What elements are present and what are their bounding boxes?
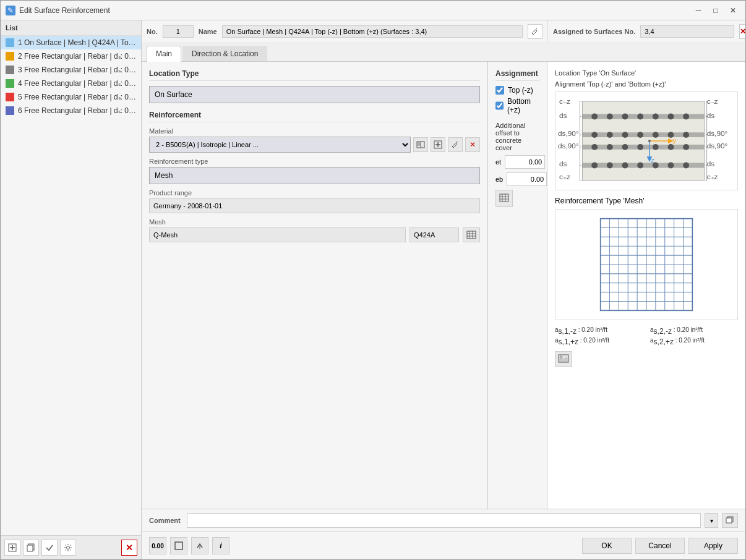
svg-point-55	[637, 163, 643, 169]
svg-point-36	[591, 132, 598, 138]
tab-direction-location[interactable]: Direction & Location	[182, 46, 267, 61]
item-label: 4 Free Rectangular | Rebar | dₛ: 0.39 in…	[18, 79, 136, 88]
item-label: 6 Free Rectangular | Rebar | dₛ: 0.39 in…	[18, 106, 136, 115]
item-color-indicator	[6, 52, 14, 61]
material-delete-button[interactable]: ✕	[465, 137, 480, 152]
list-item[interactable]: 6 Free Rectangular | Rebar | dₛ: 0.39 in…	[1, 104, 141, 117]
bottom-checkbox[interactable]	[495, 101, 504, 110]
delete-item-button[interactable]: ✕	[121, 540, 137, 556]
stat-as1z: as,1,-z : 0.20 in²/ft	[555, 326, 643, 336]
location-type-wrap: On Surface	[149, 86, 480, 103]
svg-text:z: z	[651, 156, 654, 164]
svg-rect-16	[467, 231, 476, 239]
value-display-button[interactable]: 0.00	[149, 537, 166, 554]
rein-type-select[interactable]: Mesh	[149, 167, 480, 184]
tab-content: Location Type On Surface Reinforcement	[142, 62, 745, 509]
bottom-label[interactable]: Bottom (+z)	[507, 97, 539, 114]
diagram-image-btn-wrap	[555, 351, 738, 367]
list-item[interactable]: 1 On Surface | Mesh | Q424A | Top (-z) |…	[1, 36, 141, 49]
bottom-bar: 0.00 i OK Cancel Apply	[142, 532, 745, 559]
ok-button[interactable]: OK	[582, 538, 632, 554]
diagram-image-button[interactable]	[555, 351, 572, 367]
maximize-button[interactable]: □	[708, 4, 723, 17]
check-item-button[interactable]	[41, 540, 58, 556]
bottom-right-buttons: OK Cancel Apply	[582, 538, 738, 554]
product-range-field[interactable]	[149, 198, 480, 213]
close-button[interactable]: ✕	[726, 4, 740, 17]
material-edit-button[interactable]	[448, 137, 463, 152]
top-label[interactable]: Top (-z)	[508, 86, 533, 95]
list-item[interactable]: 4 Free Rectangular | Rebar | dₛ: 0.39 in…	[1, 77, 141, 90]
comment-section: Comment ▾	[142, 509, 745, 532]
svg-text:ds: ds	[707, 111, 715, 120]
offset-label: Additional offset to concrete cover	[495, 122, 539, 151]
mesh-code-field[interactable]	[409, 227, 459, 242]
list-item[interactable]: 5 Free Rectangular | Rebar | dₛ: 0.39 in…	[1, 90, 141, 104]
arrow-up-button[interactable]	[191, 537, 208, 554]
list-item[interactable]: 3 Free Rectangular | Rebar | dₛ: 0.39 in…	[1, 63, 141, 77]
offset-table-button[interactable]	[495, 190, 513, 207]
cancel-button[interactable]: Cancel	[635, 538, 685, 554]
svg-point-45	[607, 144, 613, 150]
minimize-button[interactable]: ─	[691, 4, 706, 17]
svg-point-31	[637, 114, 643, 120]
frame-button[interactable]	[170, 537, 187, 554]
cross-section-svg: y z c₋z ds ds,90° ds,90° ds c₊z	[558, 95, 735, 187]
mesh-type-field[interactable]	[149, 227, 406, 242]
bottom-checkbox-row: Bottom (+z)	[495, 97, 539, 114]
name-edit-button[interactable]	[528, 24, 542, 39]
svg-text:c₊z: c₊z	[559, 172, 570, 181]
eb-row: eb ▲ ▼ ▶ [in]	[495, 172, 539, 186]
material-select[interactable]: 2 - B500S(A) | Isotropic | Linear ...	[149, 137, 411, 153]
tab-bar: Main Direction & Location	[142, 43, 745, 62]
svg-point-28	[591, 114, 598, 120]
material-book-button[interactable]	[413, 137, 428, 152]
mesh-table-button[interactable]	[463, 227, 480, 242]
mesh-label: Mesh	[149, 218, 223, 226]
item-color-indicator	[6, 38, 14, 47]
assignment-title: Assignment	[495, 69, 539, 81]
stat-as2z: as,2,-z : 0.20 in²/ft	[650, 326, 738, 336]
et-input[interactable]	[505, 155, 545, 169]
material-add-button[interactable]	[431, 137, 445, 152]
svg-text:ds,90°: ds,90°	[558, 142, 579, 150]
form-area: Location Type On Surface Reinforcement	[142, 62, 488, 509]
comment-input[interactable]	[187, 513, 701, 528]
settings-button[interactable]	[60, 540, 76, 556]
svg-text:ds,90°: ds,90°	[558, 129, 579, 138]
copy-item-button[interactable]	[23, 540, 39, 556]
material-row: Material 2 - B500S(A) | Isotropic | Line…	[149, 127, 480, 153]
svg-point-50	[683, 144, 689, 150]
svg-text:ds: ds	[559, 111, 567, 120]
clear-assigned-button[interactable]: ✕	[739, 24, 745, 39]
comment-copy-button[interactable]	[722, 513, 738, 528]
tab-main[interactable]: Main	[147, 46, 181, 62]
assignment-area: Assignment Top (-z) Bottom (+z) Addition…	[488, 62, 547, 509]
svg-point-32	[653, 114, 659, 120]
svg-point-63	[648, 140, 651, 142]
comment-dropdown-button[interactable]: ▾	[705, 513, 718, 528]
rein-type-label: Reinforcement type	[149, 158, 223, 165]
assigned-field[interactable]	[640, 25, 734, 38]
eb-input[interactable]	[507, 172, 547, 186]
name-input[interactable]	[222, 25, 523, 38]
info-button[interactable]: i	[212, 537, 229, 554]
reinforcement-section: Reinforcement Material 2 - B500S(A) | Is…	[149, 111, 480, 247]
list-header: List	[1, 20, 141, 36]
svg-point-46	[622, 144, 628, 150]
top-checkbox-row: Top (-z)	[495, 86, 539, 95]
material-label: Material	[149, 127, 223, 135]
list-toolbar: ✕	[1, 535, 141, 559]
apply-button[interactable]: Apply	[688, 538, 738, 554]
top-checkbox[interactable]	[495, 86, 504, 95]
content-area: List 1 On Surface | Mesh | Q424A | Top (…	[1, 20, 745, 559]
svg-rect-116	[726, 518, 732, 523]
no-field[interactable]	[163, 25, 194, 38]
app-icon: ✎	[6, 6, 15, 15]
list-item[interactable]: 2 Free Rectangular | Rebar | dₛ: 0.39 in…	[1, 49, 141, 63]
location-type-select[interactable]: On Surface	[149, 86, 480, 103]
new-item-button[interactable]	[4, 540, 20, 556]
location-type-section: Location Type On Surface	[149, 69, 480, 103]
svg-point-58	[683, 163, 689, 169]
mesh-controls	[149, 227, 480, 242]
